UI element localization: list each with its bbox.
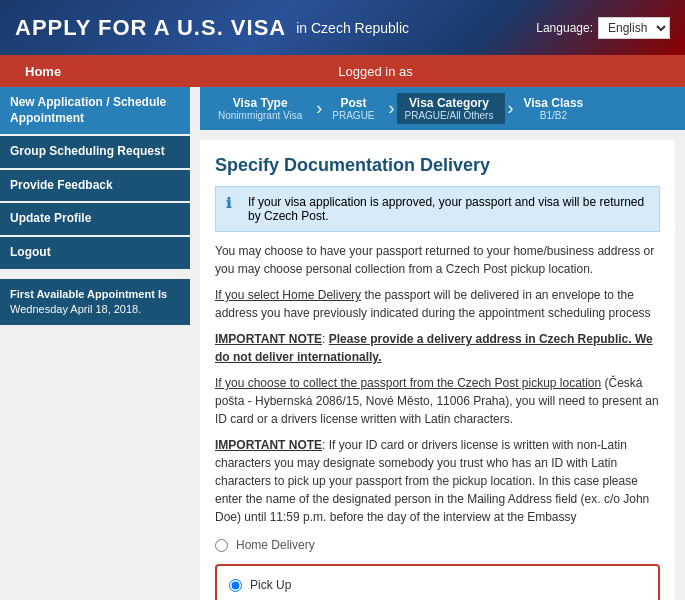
info-box-text: If your visa application is approved, yo… [248,195,649,223]
breadcrumb-visa-type: Visa Type Nonimmigrant Visa [210,93,314,124]
appointment-info-box: First Available Appointment Is Wednesday… [0,279,190,326]
breadcrumb-post: Post PRAGUE [324,93,386,124]
body-text-1: You may choose to have your passport ret… [215,242,660,278]
header-left: APPLY FOR A U.S. VISA in Czech Republic [15,15,409,41]
sidebar-item-group-scheduling[interactable]: Group Scheduling Request [0,136,190,168]
sidebar-item-provide-feedback[interactable]: Provide Feedback [0,170,190,202]
important-text-2: IMPORTANT NOTE: If your ID card or drive… [215,436,660,526]
home-delivery-label: Home Delivery [236,538,315,552]
appointment-title: First Available Appointment Is [10,288,167,300]
home-button[interactable]: Home [10,58,76,85]
header-subtitle: in Czech Republic [296,20,409,36]
sidebar: New Application / Schedule Appointment G… [0,87,190,600]
pickup-label: Pick Up [250,578,291,592]
home-delivery-radio[interactable] [215,539,228,552]
important-label-2: IMPORTANT NOTE [215,438,322,452]
delivery-options: Home Delivery [215,538,660,552]
breadcrumb-arrow-2: › [389,98,395,119]
sidebar-item-logout[interactable]: Logout [0,237,190,269]
breadcrumb-arrow-3: › [507,98,513,119]
language-selector[interactable]: Language: English [536,17,670,39]
logged-in-label: Logged in as [338,64,412,79]
pickup-option[interactable]: Pick Up [229,578,646,592]
nav-bar: Home Logged in as [0,55,685,87]
page-content: Specify Documentation Delivery ℹ If your… [200,140,675,600]
content-area: Visa Type Nonimmigrant Visa › Post PRAGU… [190,87,685,600]
breadcrumb-arrow-1: › [316,98,322,119]
pickup-box: Pick Up Česká pošta Hybernská 2086/15 No… [215,564,660,600]
appointment-date: Wednesday April 18, 2018. [10,303,141,315]
page-title: Specify Documentation Delivery [215,155,660,176]
home-delivery-option[interactable]: Home Delivery [215,538,660,552]
language-label: Language: [536,21,593,35]
important-text-1: IMPORTANT NOTE: Please provide a deliver… [215,330,660,366]
important-label-1: IMPORTANT NOTE [215,332,322,346]
breadcrumb-visa-class: Visa Class B1/B2 [515,93,595,124]
info-icon: ℹ [226,195,242,211]
language-dropdown[interactable]: English [598,17,670,39]
breadcrumb: Visa Type Nonimmigrant Visa › Post PRAGU… [200,87,685,130]
header-title: APPLY FOR A U.S. VISA [15,15,286,41]
breadcrumb-visa-category: Visa Category PRAGUE/All Others [397,93,506,124]
info-box: ℹ If your visa application is approved, … [215,186,660,232]
main-layout: New Application / Schedule Appointment G… [0,87,685,600]
body-text-3: If you choose to collect the passport fr… [215,374,660,428]
header: APPLY FOR A U.S. VISA in Czech Republic … [0,0,685,55]
pickup-link: If you choose to collect the passport fr… [215,376,601,390]
sidebar-item-new-application[interactable]: New Application / Schedule Appointment [0,87,190,134]
pickup-radio[interactable] [229,579,242,592]
home-delivery-link: If you select Home Delivery [215,288,361,302]
body-text-2: If you select Home Delivery the passport… [215,286,660,322]
sidebar-item-update-profile[interactable]: Update Profile [0,203,190,235]
